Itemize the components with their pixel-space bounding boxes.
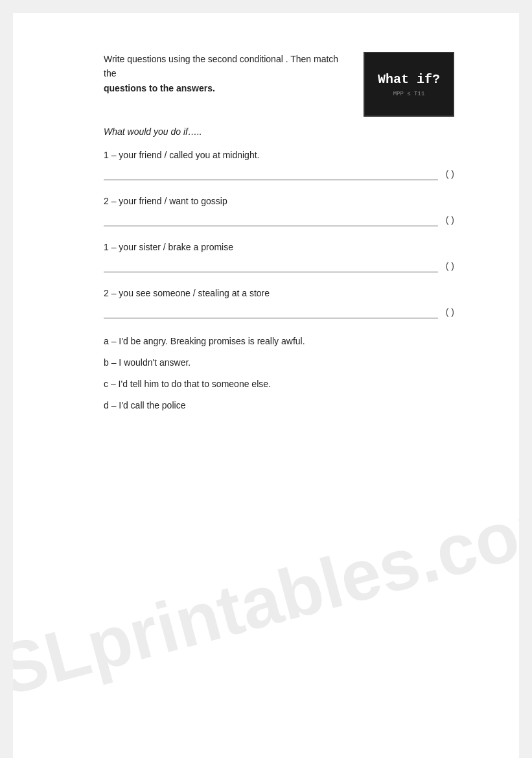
answer-bracket-4: ( ): [446, 307, 454, 317]
answer-line-row-1: ( ): [104, 167, 454, 180]
answer-line-3: [104, 259, 438, 272]
instructions-line2: questions to the answers.: [104, 83, 215, 93]
answer-bracket-3: ( ): [446, 261, 454, 271]
watermark: ESLprintables.com: [13, 477, 519, 724]
top-section: Write questions using the second conditi…: [104, 52, 454, 117]
answer-line-row-4: ( ): [104, 305, 454, 318]
exercises-container: 1 – your friend / called you at midnight…: [104, 148, 454, 318]
answer-bracket-1: ( ): [446, 169, 454, 179]
exercise-item-3: 1 – your sister / brake a promise ( ): [104, 241, 454, 272]
answer-line-4: [104, 305, 438, 318]
answers-section: a – I'd be angry. Breaking promises is r…: [104, 335, 454, 412]
answer-line-row-3: ( ): [104, 259, 454, 272]
exercise-item-4: 2 – you see someone / stealing at a stor…: [104, 287, 454, 318]
question-label-3: 1 – your sister / brake a promise: [104, 241, 454, 254]
answer-option-c: c – I'd tell him to do that to someone e…: [104, 377, 454, 391]
answer-option-b: b – I wouldn't answer.: [104, 356, 454, 370]
prompt-text: What would you do if…..: [104, 126, 454, 137]
answer-bracket-2: ( ): [446, 215, 454, 225]
answer-option-a: a – I'd be angry. Breaking promises is r…: [104, 335, 454, 348]
what-if-image: What if? MPP ≤ T11: [364, 52, 454, 117]
answer-option-d: d – I'd call the police: [104, 399, 454, 412]
exercise-item-1: 1 – your friend / called you at midnight…: [104, 148, 454, 180]
answer-line-row-2: ( ): [104, 213, 454, 226]
answer-line-1: [104, 167, 438, 180]
what-if-subtitle: MPP ≤ T11: [393, 91, 425, 97]
question-label-4: 2 – you see someone / stealing at a stor…: [104, 287, 454, 300]
instructions-text: Write questions using the second conditi…: [104, 52, 364, 95]
question-label-1: 1 – your friend / called you at midnight…: [104, 148, 454, 162]
question-label-2: 2 – your friend / want to gossip: [104, 195, 454, 208]
answer-line-2: [104, 213, 438, 226]
worksheet-page: ESLprintables.com Write questions using …: [13, 13, 519, 758]
what-if-title: What if?: [378, 72, 440, 87]
instructions-line1: Write questions using the second conditi…: [104, 54, 338, 78]
exercise-item-2: 2 – your friend / want to gossip ( ): [104, 195, 454, 226]
